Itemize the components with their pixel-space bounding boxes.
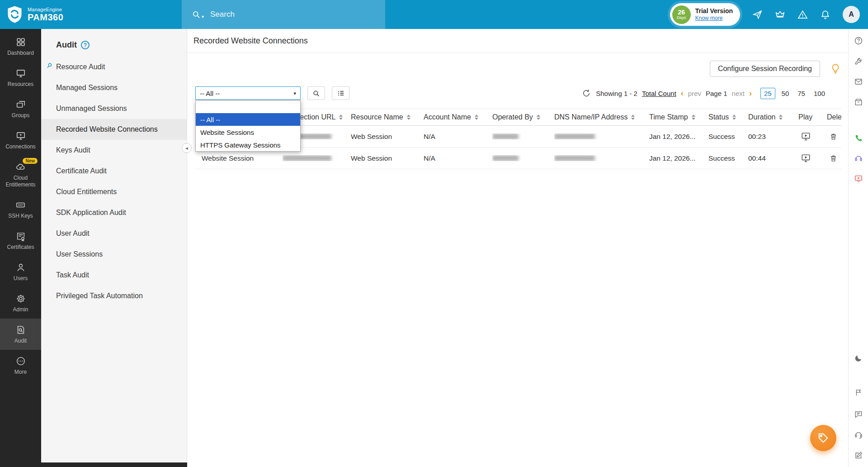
play-recording-icon[interactable] — [801, 132, 811, 141]
sidebar-item-certificate-audit[interactable]: Certificate Audit — [41, 161, 187, 181]
sort-icon[interactable] — [631, 114, 635, 120]
column-options-button[interactable] — [332, 86, 349, 100]
pam360-logo[interactable]: ManageEngine PAM360 — [0, 5, 182, 24]
cell-delete — [827, 133, 841, 141]
help-icon[interactable]: ? — [81, 41, 90, 49]
trial-badge[interactable]: 26 Days Trial Version Know more — [670, 3, 740, 26]
flag-icon[interactable] — [854, 388, 863, 397]
main-content: Recorded Website Connections Configure S… — [187, 29, 848, 467]
sidebar-collapse-button[interactable]: ◂ — [182, 143, 192, 153]
moon-icon[interactable] — [854, 354, 863, 362]
mail-icon[interactable] — [854, 77, 863, 86]
delete-icon[interactable] — [830, 154, 837, 162]
headset-icon[interactable] — [854, 154, 863, 162]
configure-session-recording-button[interactable]: Configure Session Recording — [710, 61, 820, 77]
chat-icon[interactable] — [854, 410, 863, 419]
sidebar-item-user-audit[interactable]: User Audit — [41, 223, 187, 244]
global-search[interactable]: ▾ Search — [182, 0, 385, 29]
sidebar-item-unmanaged-sessions[interactable]: Unmanaged Sessions — [41, 98, 187, 119]
column-header-status[interactable]: Status — [708, 113, 748, 121]
warning-icon[interactable] — [797, 10, 808, 20]
page-size-75[interactable]: 75 — [795, 88, 807, 99]
users-icon — [16, 262, 26, 272]
column-header-play: Play — [798, 113, 827, 121]
total-count-link[interactable]: Total Count — [642, 90, 676, 97]
rail-item-admin[interactable]: Admin — [0, 287, 41, 319]
delete-icon[interactable] — [830, 133, 837, 141]
rail-item-connections[interactable]: Connections — [0, 124, 41, 156]
lightbulb-icon[interactable] — [830, 63, 840, 75]
rail-item-dashboard[interactable]: Dashboard — [0, 31, 41, 62]
page-size-100[interactable]: 100 — [811, 88, 827, 99]
bell-icon[interactable] — [820, 10, 830, 20]
rail-item-audit[interactable]: Audit — [0, 319, 41, 350]
column-header-dns[interactable]: DNS Name/IP Address — [554, 113, 649, 121]
rail-item-more[interactable]: More — [0, 350, 41, 381]
sidebar-item-keys-audit[interactable]: Keys Audit — [41, 140, 187, 161]
sort-icon[interactable] — [407, 114, 410, 120]
compose-icon[interactable] — [854, 451, 863, 460]
dropdown-option-blank[interactable] — [196, 100, 300, 113]
sort-icon[interactable] — [475, 114, 478, 120]
page-size-50[interactable]: 50 — [779, 88, 792, 99]
sort-icon[interactable] — [732, 114, 736, 120]
rail-item-label: Cloud Entitlements — [1, 175, 40, 188]
search-scope-caret-icon[interactable]: ▾ — [202, 14, 204, 19]
column-header-account-name[interactable]: Account Name — [424, 113, 492, 121]
sidebar-item-resource-audit[interactable]: Resource Audit — [41, 57, 187, 77]
column-header-time-stamp[interactable]: Time Stamp — [649, 113, 708, 121]
column-header-duration[interactable]: Duration — [748, 113, 798, 121]
sidebar-item-managed-sessions[interactable]: Managed Sessions — [41, 77, 187, 98]
offers-fab[interactable] — [810, 425, 836, 451]
rail-item-certificates[interactable]: Certificates — [0, 225, 41, 256]
rail-item-groups[interactable]: Groups — [0, 93, 41, 124]
rail-item-users[interactable]: Users — [0, 256, 41, 287]
crown-icon[interactable] — [775, 10, 785, 20]
sidebar-item-user-sessions[interactable]: User Sessions — [41, 244, 187, 265]
refresh-icon[interactable] — [582, 89, 590, 97]
dropdown-option-https-gateway-sessions[interactable]: HTTPS Gateway Sessions — [196, 138, 300, 151]
announcement-icon[interactable] — [752, 10, 763, 20]
column-label: Operated By — [492, 113, 533, 121]
package-icon[interactable] — [854, 98, 863, 106]
sidebar-item-label: SDK Application Audit — [56, 209, 126, 216]
rail-item-cloud-entitlements[interactable]: NewCloud Entitlements — [0, 156, 41, 194]
rail-item-resources[interactable]: Resources — [0, 62, 41, 93]
sidebar-item-sdk-application-audit[interactable]: SDK Application Audit — [41, 202, 187, 223]
sidebar-item-privileged-task-automation[interactable]: Privileged Task Automation — [41, 286, 187, 306]
sidebar-item-recorded-website-connections[interactable]: Recorded Website Connections — [41, 119, 187, 140]
column-header-operated-by[interactable]: Operated By — [492, 113, 554, 121]
rail-item-ssh-keys[interactable]: SSHSSH Keys — [0, 194, 41, 225]
column-header-resource-name[interactable]: Resource Name — [351, 113, 424, 121]
screen-share-icon[interactable] — [854, 174, 863, 183]
redacted-text — [283, 155, 331, 161]
cell-operated-by — [492, 133, 554, 139]
phone-icon[interactable] — [854, 134, 863, 143]
sort-icon[interactable] — [537, 114, 540, 120]
cell-time-stamp: Jan 12, 2026... — [649, 133, 708, 141]
sidebar-item-label: Unmanaged Sessions — [56, 105, 127, 112]
session-type-select[interactable]: -- All -- ▾ — [195, 86, 301, 100]
dropdown-option-website-sessions[interactable]: Website Sessions — [196, 126, 300, 138]
sort-icon[interactable] — [339, 114, 343, 120]
search-button[interactable] — [307, 86, 325, 100]
prev-button[interactable]: prev — [688, 90, 701, 97]
admin-icon — [16, 293, 26, 304]
support-icon[interactable] — [854, 430, 863, 439]
page-size-25[interactable]: 25 — [760, 88, 775, 99]
redacted-text — [492, 133, 519, 139]
sidebar-item-cloud-entitlements[interactable]: Cloud Entitlements — [41, 181, 187, 202]
sidebar-item-label: Certificate Audit — [56, 167, 107, 175]
user-avatar[interactable]: A — [843, 6, 860, 23]
sidebar-item-label: Resource Audit — [56, 63, 105, 71]
sort-icon[interactable] — [692, 114, 695, 120]
help-icon[interactable] — [854, 36, 863, 45]
dropdown-option-all[interactable]: -- All -- — [196, 113, 300, 126]
know-more-link[interactable]: Know more — [695, 15, 733, 22]
wrench-icon[interactable] — [854, 57, 863, 66]
sidebar-item-task-audit[interactable]: Task Audit — [41, 265, 187, 286]
play-recording-icon[interactable] — [801, 154, 811, 163]
more-icon — [16, 356, 26, 366]
sort-icon[interactable] — [779, 114, 783, 120]
next-button[interactable]: next — [732, 90, 745, 97]
